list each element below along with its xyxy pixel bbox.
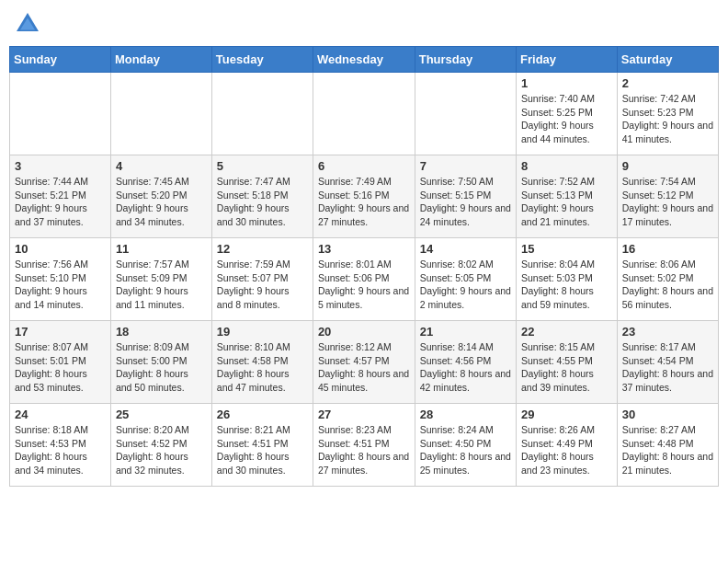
day-number: 8 xyxy=(521,159,612,173)
day-info: Sunrise: 8:01 AM Sunset: 5:06 PM Dayligh… xyxy=(318,258,410,312)
calendar-cell: 4Sunrise: 7:45 AM Sunset: 5:20 PM Daylig… xyxy=(110,155,211,238)
calendar-cell: 13Sunrise: 8:01 AM Sunset: 5:06 PM Dayli… xyxy=(313,238,415,321)
day-number: 10 xyxy=(15,242,106,256)
day-info: Sunrise: 7:54 AM Sunset: 5:12 PM Dayligh… xyxy=(622,175,713,229)
logo xyxy=(13,9,46,39)
calendar: SundayMondayTuesdayWednesdayThursdayFrid… xyxy=(9,46,719,487)
day-info: Sunrise: 7:50 AM Sunset: 5:15 PM Dayligh… xyxy=(420,175,511,229)
day-info: Sunrise: 7:47 AM Sunset: 5:18 PM Dayligh… xyxy=(217,175,308,229)
week-row-2: 10Sunrise: 7:56 AM Sunset: 5:10 PM Dayli… xyxy=(10,238,719,321)
day-number: 5 xyxy=(217,159,308,173)
calendar-cell: 12Sunrise: 7:59 AM Sunset: 5:07 PM Dayli… xyxy=(211,238,313,321)
day-info: Sunrise: 8:06 AM Sunset: 5:02 PM Dayligh… xyxy=(622,258,713,312)
day-number: 11 xyxy=(116,242,207,256)
day-info: Sunrise: 8:18 AM Sunset: 4:53 PM Dayligh… xyxy=(15,423,106,477)
calendar-header-row: SundayMondayTuesdayWednesdayThursdayFrid… xyxy=(10,47,719,73)
day-number: 2 xyxy=(622,76,713,90)
header-tuesday: Tuesday xyxy=(211,47,313,73)
day-number: 6 xyxy=(318,159,410,173)
day-info: Sunrise: 8:14 AM Sunset: 4:56 PM Dayligh… xyxy=(420,340,511,395)
week-row-4: 24Sunrise: 8:18 AM Sunset: 4:53 PM Dayli… xyxy=(10,404,719,487)
day-info: Sunrise: 8:23 AM Sunset: 4:51 PM Dayligh… xyxy=(318,423,410,477)
calendar-cell: 28Sunrise: 8:24 AM Sunset: 4:50 PM Dayli… xyxy=(415,404,516,487)
day-number: 3 xyxy=(15,159,106,173)
calendar-cell: 11Sunrise: 7:57 AM Sunset: 5:09 PM Dayli… xyxy=(110,238,211,321)
calendar-cell: 1Sunrise: 7:40 AM Sunset: 5:25 PM Daylig… xyxy=(517,73,618,155)
calendar-cell: 16Sunrise: 8:06 AM Sunset: 5:02 PM Dayli… xyxy=(617,238,718,321)
day-number: 7 xyxy=(420,159,511,173)
calendar-cell: 23Sunrise: 8:17 AM Sunset: 4:54 PM Dayli… xyxy=(617,321,718,404)
calendar-cell: 20Sunrise: 8:12 AM Sunset: 4:57 PM Dayli… xyxy=(313,321,415,404)
day-info: Sunrise: 7:40 AM Sunset: 5:25 PM Dayligh… xyxy=(521,92,612,146)
calendar-cell: 8Sunrise: 7:52 AM Sunset: 5:13 PM Daylig… xyxy=(517,155,618,238)
day-info: Sunrise: 8:15 AM Sunset: 4:55 PM Dayligh… xyxy=(521,340,612,395)
header-thursday: Thursday xyxy=(415,47,516,73)
day-number: 27 xyxy=(318,408,410,421)
day-number: 22 xyxy=(521,325,612,339)
calendar-cell: 26Sunrise: 8:21 AM Sunset: 4:51 PM Dayli… xyxy=(211,404,313,487)
calendar-cell: 9Sunrise: 7:54 AM Sunset: 5:12 PM Daylig… xyxy=(617,155,718,238)
day-info: Sunrise: 7:42 AM Sunset: 5:23 PM Dayligh… xyxy=(622,92,713,146)
day-number: 23 xyxy=(622,325,713,339)
day-number: 29 xyxy=(521,408,612,421)
calendar-cell: 27Sunrise: 8:23 AM Sunset: 4:51 PM Dayli… xyxy=(313,404,415,487)
calendar-cell: 5Sunrise: 7:47 AM Sunset: 5:18 PM Daylig… xyxy=(211,155,313,238)
day-info: Sunrise: 8:04 AM Sunset: 5:03 PM Dayligh… xyxy=(521,258,612,312)
day-number: 9 xyxy=(622,159,713,173)
day-number: 15 xyxy=(521,242,612,256)
calendar-cell xyxy=(110,73,211,155)
day-info: Sunrise: 8:21 AM Sunset: 4:51 PM Dayligh… xyxy=(217,423,308,477)
calendar-cell: 30Sunrise: 8:27 AM Sunset: 4:48 PM Dayli… xyxy=(617,404,718,487)
day-info: Sunrise: 8:17 AM Sunset: 4:54 PM Dayligh… xyxy=(622,340,713,395)
calendar-cell: 18Sunrise: 8:09 AM Sunset: 5:00 PM Dayli… xyxy=(110,321,211,404)
day-info: Sunrise: 8:20 AM Sunset: 4:52 PM Dayligh… xyxy=(116,423,207,477)
day-info: Sunrise: 8:02 AM Sunset: 5:05 PM Dayligh… xyxy=(420,258,511,312)
day-number: 19 xyxy=(217,325,308,339)
day-info: Sunrise: 8:09 AM Sunset: 5:00 PM Dayligh… xyxy=(116,340,207,395)
calendar-cell xyxy=(211,73,313,155)
calendar-cell: 10Sunrise: 7:56 AM Sunset: 5:10 PM Dayli… xyxy=(10,238,111,321)
week-row-1: 3Sunrise: 7:44 AM Sunset: 5:21 PM Daylig… xyxy=(10,155,719,238)
day-number: 12 xyxy=(217,242,308,256)
day-number: 13 xyxy=(318,242,410,256)
day-info: Sunrise: 8:27 AM Sunset: 4:48 PM Dayligh… xyxy=(622,423,713,477)
header-wednesday: Wednesday xyxy=(313,47,415,73)
day-info: Sunrise: 8:26 AM Sunset: 4:49 PM Dayligh… xyxy=(521,423,612,477)
header-monday: Monday xyxy=(110,47,211,73)
calendar-cell: 24Sunrise: 8:18 AM Sunset: 4:53 PM Dayli… xyxy=(10,404,111,487)
calendar-cell: 15Sunrise: 8:04 AM Sunset: 5:03 PM Dayli… xyxy=(517,238,618,321)
calendar-cell xyxy=(10,73,111,155)
calendar-cell: 3Sunrise: 7:44 AM Sunset: 5:21 PM Daylig… xyxy=(10,155,111,238)
header-sunday: Sunday xyxy=(10,47,111,73)
day-info: Sunrise: 8:12 AM Sunset: 4:57 PM Dayligh… xyxy=(318,340,410,395)
day-number: 18 xyxy=(116,325,207,339)
day-number: 17 xyxy=(15,325,106,339)
day-info: Sunrise: 8:10 AM Sunset: 4:58 PM Dayligh… xyxy=(217,340,308,395)
day-number: 4 xyxy=(116,159,207,173)
day-number: 20 xyxy=(318,325,410,339)
calendar-cell: 21Sunrise: 8:14 AM Sunset: 4:56 PM Dayli… xyxy=(415,321,516,404)
day-info: Sunrise: 7:52 AM Sunset: 5:13 PM Dayligh… xyxy=(521,175,612,229)
day-number: 28 xyxy=(420,408,511,421)
page-header xyxy=(9,9,719,39)
calendar-cell: 2Sunrise: 7:42 AM Sunset: 5:23 PM Daylig… xyxy=(617,73,718,155)
day-info: Sunrise: 7:56 AM Sunset: 5:10 PM Dayligh… xyxy=(15,258,106,312)
calendar-cell xyxy=(415,73,516,155)
calendar-cell: 22Sunrise: 8:15 AM Sunset: 4:55 PM Dayli… xyxy=(517,321,618,404)
day-number: 26 xyxy=(217,408,308,421)
day-info: Sunrise: 8:24 AM Sunset: 4:50 PM Dayligh… xyxy=(420,423,511,477)
day-number: 30 xyxy=(622,408,713,421)
calendar-cell: 25Sunrise: 8:20 AM Sunset: 4:52 PM Dayli… xyxy=(110,404,211,487)
day-info: Sunrise: 7:49 AM Sunset: 5:16 PM Dayligh… xyxy=(318,175,410,229)
week-row-3: 17Sunrise: 8:07 AM Sunset: 5:01 PM Dayli… xyxy=(10,321,719,404)
day-info: Sunrise: 7:59 AM Sunset: 5:07 PM Dayligh… xyxy=(217,258,308,312)
calendar-cell xyxy=(313,73,415,155)
day-number: 14 xyxy=(420,242,511,256)
week-row-0: 1Sunrise: 7:40 AM Sunset: 5:25 PM Daylig… xyxy=(10,73,719,155)
day-info: Sunrise: 7:57 AM Sunset: 5:09 PM Dayligh… xyxy=(116,258,207,312)
header-saturday: Saturday xyxy=(617,47,718,73)
calendar-cell: 14Sunrise: 8:02 AM Sunset: 5:05 PM Dayli… xyxy=(415,238,516,321)
calendar-cell: 29Sunrise: 8:26 AM Sunset: 4:49 PM Dayli… xyxy=(517,404,618,487)
day-number: 24 xyxy=(15,408,106,421)
day-info: Sunrise: 8:07 AM Sunset: 5:01 PM Dayligh… xyxy=(15,340,106,395)
